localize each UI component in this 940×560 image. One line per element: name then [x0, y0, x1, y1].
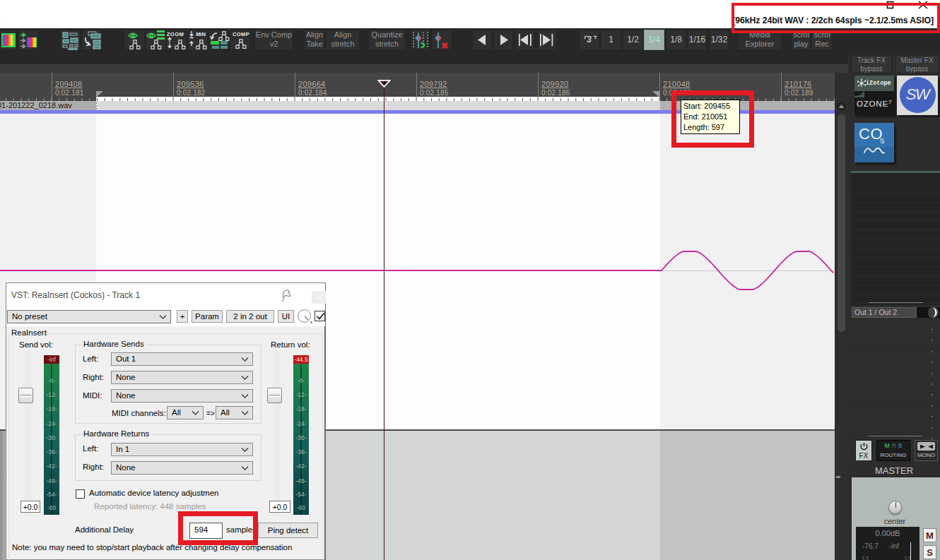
svg-text:ZOOM: ZOOM: [167, 31, 184, 37]
svg-text:MiN: MiN: [196, 31, 206, 37]
svg-text:COMP: COMP: [233, 31, 249, 37]
